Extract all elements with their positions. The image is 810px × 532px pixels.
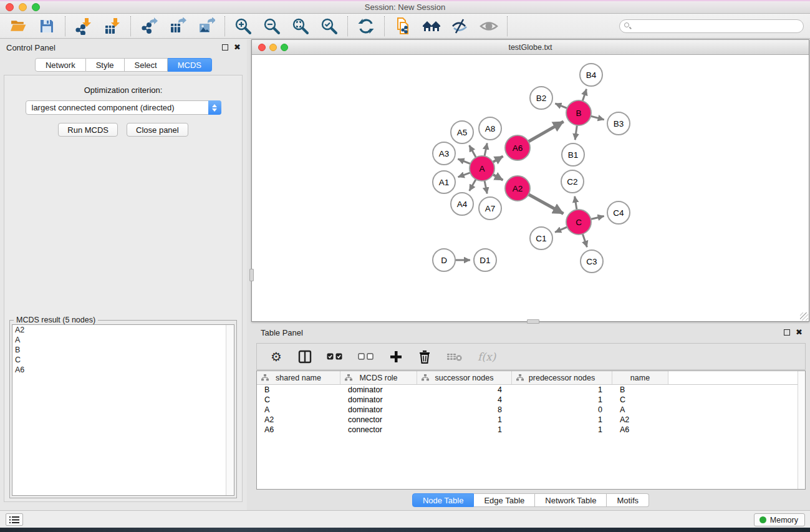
import-table-icon[interactable] (103, 17, 122, 36)
zoom-out-icon[interactable] (263, 17, 281, 36)
network-node-a2[interactable]: A2 (504, 175, 531, 201)
clone-network-icon[interactable] (393, 17, 412, 36)
network-node-d[interactable]: D (432, 248, 456, 272)
export-table-icon[interactable] (168, 17, 187, 36)
network-node-c[interactable]: C (566, 209, 592, 235)
tab-edge-table[interactable]: Edge Table (474, 493, 535, 507)
column-header-shared-name[interactable]: shared name (257, 371, 340, 384)
network-node-c3[interactable]: C3 (580, 249, 604, 273)
mcds-result-item[interactable]: C (12, 355, 234, 365)
network-node-c4[interactable]: C4 (607, 201, 630, 225)
network-node-a4[interactable]: A4 (450, 192, 474, 216)
open-session-icon[interactable] (9, 17, 27, 36)
network-node-a7[interactable]: A7 (478, 196, 502, 220)
tab-network[interactable]: Network (35, 58, 86, 72)
table-cell: A6 (257, 425, 340, 434)
select-stepper-icon (208, 100, 221, 115)
float-panel-icon[interactable] (222, 44, 228, 51)
delete-column-icon[interactable] (418, 349, 432, 365)
table-row[interactable]: Bdominator41B (257, 385, 805, 395)
select-all-icon[interactable] (327, 349, 343, 365)
mcds-result-item[interactable]: A6 (12, 365, 234, 375)
table-row[interactable]: Cdominator41C (257, 395, 805, 405)
column-header-successor-nodes[interactable]: successor nodes (417, 371, 512, 384)
mcds-result-item[interactable]: B (12, 345, 234, 355)
deselect-all-icon[interactable] (358, 349, 374, 365)
import-network-icon[interactable] (74, 17, 93, 36)
column-header-predecessor-nodes[interactable]: predecessor nodes (512, 371, 612, 384)
table-cell: A (257, 405, 340, 414)
node-table[interactable]: shared nameMCDS rolesuccessor nodesprede… (256, 370, 806, 490)
horizontal-scrollbar-thumb[interactable] (527, 319, 539, 324)
save-session-icon[interactable] (37, 17, 56, 36)
float-table-panel-icon[interactable] (784, 329, 790, 336)
mcds-result-item[interactable]: A2 (12, 325, 234, 335)
table-tabs: Node TableEdge TableNetwork TableMotifs (251, 493, 810, 507)
network-node-b[interactable]: B (566, 100, 592, 126)
network-node-a[interactable]: A (469, 155, 495, 181)
window-titlebar: Session: New Session (0, 0, 810, 14)
column-header-filler (668, 371, 805, 384)
table-cell: C (612, 395, 668, 404)
network-canvas[interactable]: AA1A2A3A4A5A6A7A8BB1B2B3B4CC1C2C3C4DD1 (252, 55, 809, 321)
network-node-b2[interactable]: B2 (529, 86, 553, 110)
export-network-icon[interactable] (140, 17, 158, 36)
network-window-titlebar[interactable]: testGlobe.txt (252, 40, 809, 55)
close-table-panel-icon[interactable]: ✖ (796, 329, 803, 336)
tab-motifs[interactable]: Motifs (607, 493, 649, 507)
criterion-select[interactable]: largest connected component (directed) (26, 100, 221, 115)
column-type-icon (422, 374, 429, 381)
tab-node-table[interactable]: Node Table (412, 493, 475, 507)
table-toolbar: ⚙ f(x) (256, 343, 806, 370)
tab-network-table[interactable]: Network Table (535, 493, 607, 507)
tab-style[interactable]: Style (86, 58, 125, 72)
network-node-d1[interactable]: D1 (473, 248, 497, 272)
home-icon[interactable] (422, 17, 441, 36)
table-cell: 1 (512, 425, 612, 434)
resize-handle-icon[interactable] (800, 312, 808, 321)
network-node-c1[interactable]: C1 (529, 226, 553, 250)
table-row[interactable]: A6connector11A6 (257, 425, 805, 435)
run-mcds-button[interactable]: Run MCDS (58, 123, 118, 137)
list-scrollbar[interactable] (226, 325, 234, 495)
control-panel-title: Control Panel (6, 43, 55, 52)
close-panel-button[interactable]: Close panel (127, 123, 188, 137)
show-columns-icon[interactable] (298, 349, 312, 365)
zoom-in-icon[interactable] (234, 17, 253, 36)
network-node-a3[interactable]: A3 (432, 142, 456, 165)
table-header-row: shared nameMCDS rolesuccessor nodesprede… (257, 371, 805, 385)
search-input[interactable] (619, 19, 804, 33)
task-history-button[interactable] (6, 513, 23, 526)
table-cell: 1 (512, 385, 612, 394)
memory-button[interactable]: Memory (754, 513, 805, 526)
network-node-c2[interactable]: C2 (561, 170, 584, 193)
network-node-b3[interactable]: B3 (607, 112, 630, 135)
export-image-icon[interactable] (197, 17, 216, 36)
zoom-fit-icon[interactable] (291, 17, 310, 36)
mcds-result-list[interactable]: A2ABCA6 (12, 324, 234, 496)
add-column-icon[interactable] (389, 349, 403, 365)
column-header-name[interactable]: name (612, 371, 668, 384)
table-settings-icon[interactable]: ⚙ (269, 349, 283, 365)
network-node-b1[interactable]: B1 (561, 143, 585, 167)
table-row[interactable]: Adominator80A (257, 405, 805, 415)
main-toolbar (0, 14, 810, 39)
close-panel-icon[interactable]: ✖ (234, 44, 241, 51)
mcds-result-item[interactable]: A (12, 335, 234, 345)
network-node-a8[interactable]: A8 (478, 117, 502, 140)
application-window: Session: New Session (0, 0, 810, 532)
network-node-a6[interactable]: A6 (504, 135, 531, 161)
hide-graphics-details-icon[interactable] (451, 17, 470, 36)
column-header-MCDS-role[interactable]: MCDS role (340, 371, 417, 384)
table-scrollbar[interactable] (798, 371, 805, 489)
network-node-a5[interactable]: A5 (450, 120, 474, 144)
vertical-scrollbar-thumb[interactable] (249, 269, 254, 281)
apply-layout-icon[interactable] (357, 17, 375, 36)
network-node-b4[interactable]: B4 (579, 63, 603, 87)
zoom-selected-icon[interactable] (320, 17, 339, 36)
table-row[interactable]: A2connector11A2 (257, 415, 805, 425)
network-window-title: testGlobe.txt (252, 43, 809, 52)
tab-mcds[interactable]: MCDS (168, 58, 212, 72)
network-node-a1[interactable]: A1 (432, 170, 456, 194)
tab-select[interactable]: Select (125, 58, 168, 72)
